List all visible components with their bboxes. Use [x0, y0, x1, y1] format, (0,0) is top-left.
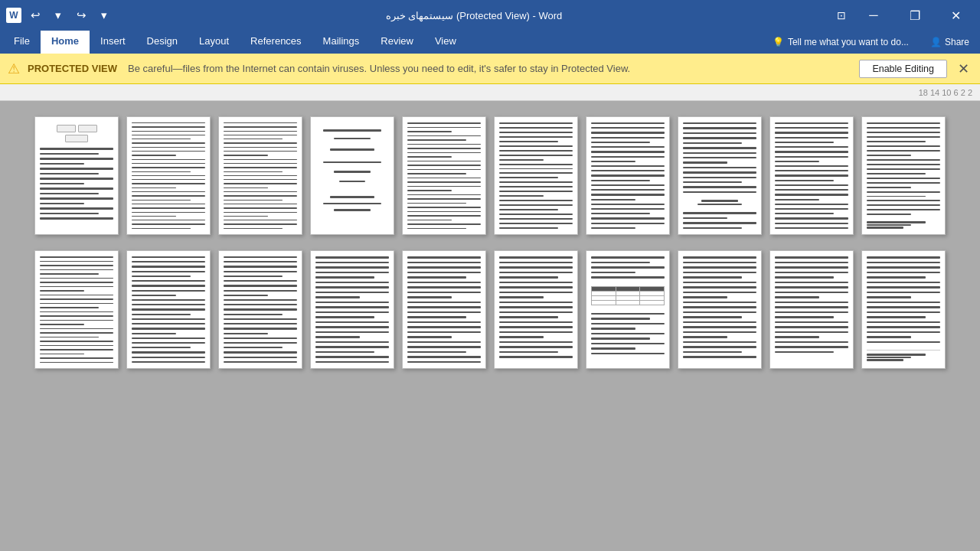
page-2[interactable]	[126, 116, 211, 235]
page-15[interactable]	[402, 250, 486, 369]
protected-message: Be careful—files from the Internet can c…	[128, 63, 630, 74]
tab-view[interactable]: View	[424, 31, 467, 54]
tab-file[interactable]: File	[3, 31, 41, 54]
ribbon-right: 💡 Tell me what you want to do... 👤 Share	[765, 31, 977, 54]
tab-references[interactable]: References	[240, 31, 312, 54]
window-controls: ⊡ ─ ❐ ✕	[833, 0, 974, 31]
undo-dropdown[interactable]: ▾	[47, 5, 69, 26]
page-row-2	[23, 250, 957, 369]
share-button[interactable]: 👤 Share	[923, 35, 977, 49]
tab-insert[interactable]: Insert	[90, 31, 136, 54]
tab-design[interactable]: Design	[136, 31, 188, 54]
page-4[interactable]	[310, 116, 394, 235]
page-17[interactable]	[586, 250, 670, 369]
tab-review[interactable]: Review	[370, 31, 424, 54]
minimize-button[interactable]: ─	[856, 0, 891, 31]
ribbon-menu-bar: File Home Insert Design Layout Reference…	[0, 31, 980, 54]
page-3[interactable]	[218, 116, 302, 235]
restore-button[interactable]: ❐	[897, 0, 933, 31]
quick-access-toolbar: ↩ ▾ ↪ ▾	[24, 5, 115, 26]
enable-editing-button[interactable]: Enable Editing	[859, 60, 947, 78]
app-icon: W	[6, 8, 21, 23]
restore-down-button[interactable]: ⊡	[833, 7, 850, 24]
warning-icon: ⚠	[8, 60, 20, 77]
page-18[interactable]	[678, 250, 762, 369]
page-16[interactable]	[494, 250, 578, 369]
page-19[interactable]	[769, 250, 854, 369]
undo-button[interactable]: ↩	[24, 5, 46, 26]
page-10[interactable]	[861, 116, 946, 235]
person-icon: 👤	[930, 37, 942, 47]
page-11[interactable]	[34, 250, 119, 369]
page-8[interactable]	[678, 116, 762, 235]
protected-label: PROTECTED VIEW	[28, 63, 117, 74]
protected-view-bar: ⚠ PROTECTED VIEW Be careful—files from t…	[0, 54, 980, 84]
redo-button[interactable]: ↪	[70, 5, 92, 26]
close-bar-button[interactable]: ✕	[955, 60, 972, 77]
document-title: سیستمهای خبره (Protected View) - Word	[386, 10, 562, 21]
ruler-numbers: 18 14 10 6 2 2	[919, 88, 972, 97]
page-20[interactable]	[861, 250, 946, 369]
page-row-1	[23, 116, 957, 235]
page-7[interactable]	[586, 116, 670, 235]
qat-dropdown[interactable]: ▾	[93, 5, 115, 26]
page-1[interactable]	[34, 116, 119, 235]
tab-layout[interactable]: Layout	[188, 31, 240, 54]
ruler: 18 14 10 6 2 2	[0, 84, 980, 101]
page-5[interactable]	[402, 116, 486, 235]
title-bar-left: W ↩ ▾ ↪ ▾	[6, 5, 115, 26]
tab-home[interactable]: Home	[41, 31, 90, 54]
title-bar: W ↩ ▾ ↪ ▾ سیستمهای خبره (Protected View)…	[0, 0, 980, 31]
document-area	[0, 101, 980, 551]
page-14[interactable]	[310, 250, 394, 369]
page-9[interactable]	[769, 116, 854, 235]
tab-mailings[interactable]: Mailings	[312, 31, 371, 54]
page-13[interactable]	[218, 250, 302, 369]
close-button[interactable]: ✕	[939, 0, 974, 31]
page-12[interactable]	[126, 250, 211, 369]
tell-me-field[interactable]: 💡 Tell me what you want to do...	[765, 37, 916, 47]
lightbulb-icon: 💡	[773, 37, 784, 47]
page-6[interactable]	[494, 116, 578, 235]
